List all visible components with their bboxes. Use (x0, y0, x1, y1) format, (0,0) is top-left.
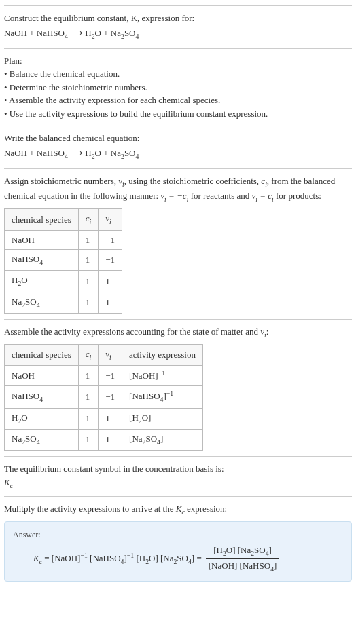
cell-ae: [NaHSO4]−1 (122, 386, 203, 409)
answer-fraction: [H2O] [Na2SO4] [NaOH] [NaHSO4] (206, 544, 280, 574)
cell-c: 1 (78, 386, 99, 409)
answer-box: Answer: Kc = [NaOH]−1 [NaHSO4]−1 [H2O] [… (4, 521, 352, 582)
eq-arrow: ⟶ (68, 28, 86, 38)
ans-eq2: = (196, 553, 201, 563)
ans-t2s: −1 (127, 552, 134, 559)
plan-item: Determine the stoichiometric numbers. (4, 81, 352, 94)
th-nu: νi (99, 209, 122, 230)
cell-nu: −1 (99, 250, 122, 271)
cell-species: Na2SO4 (5, 292, 79, 313)
cell-species: H2O (5, 408, 79, 429)
kc-line1: The equilibrium constant symbol in the c… (4, 462, 352, 476)
num-a: [H (213, 545, 223, 555)
beq-arrow: ⟶ (68, 148, 86, 158)
cell-nu: 1 (99, 271, 122, 292)
table-row: Na2SO411[Na2SO4] (5, 429, 203, 450)
ans-t1: [NaOH] (52, 553, 81, 563)
plan-section: Plan: Balance the chemical equation. Det… (4, 48, 352, 126)
cell-ae: [NaOH]−1 (122, 366, 203, 386)
th-c-i: i (90, 354, 92, 361)
th-c: ci (78, 209, 99, 230)
act-title-a: Assemble the activity expressions accoun… (4, 326, 260, 337)
cell-nu: −1 (99, 386, 122, 409)
ans-t3a: [H (134, 553, 145, 563)
cell-species: NaHSO4 (5, 250, 79, 271)
beq-plus2: + (101, 148, 111, 158)
cell-nu: 1 (99, 408, 122, 429)
cell-species: Na2SO4 (5, 429, 79, 450)
balanced-section: Write the balanced chemical equation: Na… (4, 126, 352, 168)
stoich-section: Assign stoichiometric numbers, νi, using… (4, 168, 352, 319)
eq-lhs2: NaHSO (37, 28, 65, 38)
activity-table: chemical species ci νi activity expressi… (4, 344, 203, 451)
kc-c: c (10, 481, 13, 489)
num-d: ] (269, 545, 272, 555)
ans-left: Kc = [NaOH]−1 [NaHSO4]−1 [H2O] [Na2SO4] … (33, 551, 202, 567)
th-nu-i: i (109, 218, 111, 225)
num-c: SO (254, 545, 266, 555)
cell-c: 1 (78, 271, 99, 292)
equation-balanced: NaOH + NaHSO4 ⟶ H2O + Na2SO4 (4, 147, 352, 162)
table-row: H2O11 (5, 271, 122, 292)
intro-text: Construct the equilibrium constant, K, e… (4, 13, 194, 23)
eq-plus: + (27, 28, 37, 38)
cell-c: 1 (78, 429, 99, 450)
plan-list: Balance the chemical equation. Determine… (4, 67, 352, 120)
st-d: for reactants and (188, 191, 251, 201)
table-row: NaOH1−1 (5, 230, 122, 250)
cell-species: NaOH (5, 366, 79, 386)
ans-eq: = (42, 553, 52, 563)
ans-k: K (33, 553, 39, 563)
den-b: ] (274, 561, 277, 571)
table-header-row: chemical species ci νi activity expressi… (5, 344, 203, 365)
beq-lhs1: NaOH (4, 148, 27, 158)
st-eq1b: = −c (166, 191, 187, 201)
multiply-section: Mulitply the activity expressions to arr… (4, 496, 352, 588)
answer-equation: Kc = [NaOH]−1 [NaHSO4]−1 [H2O] [Na2SO4] … (13, 544, 343, 574)
answer-numerator: [H2O] [Na2SO4] (206, 544, 280, 559)
th-nu: νi (99, 344, 122, 365)
cell-nu: 1 (99, 429, 122, 450)
cell-species: NaOH (5, 230, 79, 250)
table-row: Na2SO411 (5, 292, 122, 313)
eq-rhs2-sub2: 4 (136, 32, 139, 39)
mul-b: expression: (185, 504, 227, 514)
th-c: ci (78, 344, 99, 365)
beq-rhs1b: O (95, 148, 101, 158)
st-eq2b: = c (257, 191, 272, 201)
cell-c: 1 (78, 408, 99, 429)
th-species: chemical species (5, 344, 79, 365)
beq-lhs2: NaHSO (37, 148, 65, 158)
eq-lhs1: NaOH (4, 28, 27, 38)
table-header-row: chemical species ci νi (5, 209, 122, 230)
th-nu-i: i (109, 354, 111, 361)
answer-denominator: [NaOH] [NaHSO4] (206, 559, 280, 574)
cell-nu: 1 (99, 292, 122, 313)
table-row: NaOH1−1[NaOH]−1 (5, 366, 203, 386)
beq-rhs1: H (85, 148, 91, 158)
kc-symbol: Kc (4, 476, 352, 491)
cell-ae: [H2O] (122, 408, 203, 429)
cell-nu: −1 (99, 366, 122, 386)
plan-item: Balance the chemical equation. (4, 67, 352, 81)
ans-t3c: SO (177, 553, 188, 563)
beq-rhs2-sub2: 4 (136, 152, 139, 159)
balanced-title: Write the balanced chemical equation: (4, 132, 352, 145)
st-e: for products: (274, 191, 321, 201)
den-a: [NaOH] [NaHSO (209, 561, 270, 571)
table-row: H2O11[H2O] (5, 408, 203, 429)
st-a: Assign stoichiometric numbers, (4, 176, 118, 186)
cell-species: H2O (5, 271, 79, 292)
intro-line1: Construct the equilibrium constant, K, e… (4, 12, 352, 25)
intro-section: Construct the equilibrium constant, K, e… (4, 5, 352, 48)
plan-item: Use the activity expressions to build th… (4, 107, 352, 121)
cell-c: 1 (78, 230, 99, 250)
ans-t1s: −1 (80, 552, 87, 559)
eq-plus2: + (101, 28, 111, 38)
kc-k: K (4, 477, 10, 487)
activity-section: Assemble the activity expressions accoun… (4, 319, 352, 456)
kc-symbol-section: The equilibrium constant symbol in the c… (4, 456, 352, 496)
ans-t2a: [NaHSO (88, 553, 121, 563)
act-title-b: : (266, 326, 269, 337)
th-species: chemical species (5, 209, 79, 230)
